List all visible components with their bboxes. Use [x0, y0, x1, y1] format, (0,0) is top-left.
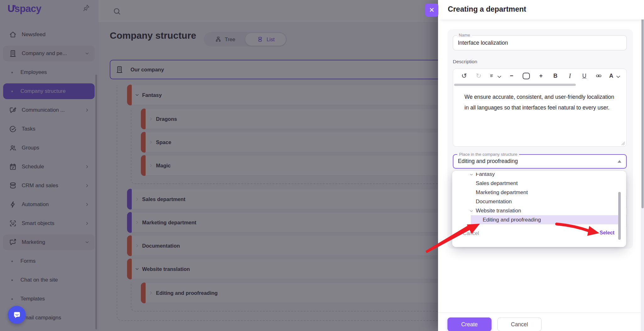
panel-header: Creating a department: [438, 0, 644, 20]
description-label: Description: [453, 59, 477, 65]
dropdown-item-fantasy[interactable]: Fantasy: [452, 173, 626, 179]
italic-icon[interactable]: I: [566, 71, 573, 81]
dropdown-item-marketing-department[interactable]: Marketing department: [452, 188, 626, 197]
dropdown-item-label: Editing and proofreading: [483, 217, 541, 223]
redo-icon[interactable]: ↻: [475, 71, 482, 81]
resize-handle-icon[interactable]: [621, 141, 625, 145]
place-in-structure-select[interactable]: Place in the company structure Editing a…: [453, 154, 627, 169]
name-field-value: Interface localization: [453, 36, 626, 50]
panel-footer: Create Cancel: [438, 312, 641, 331]
dropdown-item-documentation[interactable]: Documentation: [452, 197, 626, 206]
cancel-button[interactable]: Cancel: [497, 317, 541, 331]
minus-icon[interactable]: −: [508, 71, 515, 81]
name-field-label: Name: [457, 33, 472, 37]
align-icon[interactable]: [490, 71, 501, 81]
editor-horizontal-scrollbar[interactable]: [454, 84, 576, 86]
editor-toolbar: ↺↻−+BIUA: [453, 69, 626, 83]
dropdown-scrollbar[interactable]: [618, 192, 621, 240]
chat-launcher-button[interactable]: [8, 306, 26, 324]
font-color-icon[interactable]: A: [610, 71, 619, 81]
chevron-down-icon: [469, 173, 474, 177]
panel-title: Creating a department: [448, 5, 526, 14]
structure-dropdown-popup: FantasySales departmentMarketing departm…: [452, 171, 626, 247]
place-field-value: Editing and proofreading: [453, 155, 626, 168]
plus-icon[interactable]: +: [537, 71, 544, 81]
dropdown-item-label: Documentation: [476, 199, 512, 205]
description-text[interactable]: We ensure accurate, consistent, and user…: [464, 92, 617, 113]
collapse-caret-icon: [618, 160, 621, 163]
panel-scrollbar-thumb[interactable]: [641, 1, 644, 208]
dropdown-item-editing-and-proofreading[interactable]: Editing and proofreading: [471, 215, 618, 224]
dropdown-item-label: Website translation: [476, 208, 521, 214]
create-button[interactable]: Create: [447, 317, 491, 331]
close-icon: ✕: [429, 6, 435, 14]
close-panel-button[interactable]: ✕: [425, 3, 438, 17]
description-editor[interactable]: ↺↻−+BIUA We ensure accurate, consistent,…: [453, 69, 627, 147]
dropdown-item-sales-department[interactable]: Sales department: [452, 179, 626, 188]
link-icon[interactable]: [595, 71, 602, 81]
undo-icon[interactable]: ↺: [461, 71, 468, 81]
create-department-panel: Creating a department Name Interface loc…: [438, 0, 644, 331]
bold-icon[interactable]: B: [552, 71, 559, 81]
dropdown-select-button[interactable]: Select: [600, 230, 614, 236]
app-screen: Uspacy NewsfeedCompany and pe...Employee…: [0, 0, 644, 331]
place-field-label: Place in the company structure: [457, 152, 519, 157]
underline-icon[interactable]: U: [581, 71, 588, 81]
dropdown-item-website-translation[interactable]: Website translation: [452, 206, 626, 215]
dropdown-item-label: Fantasy: [476, 173, 495, 177]
chevron-down-icon: [469, 209, 474, 213]
size-box-icon[interactable]: [523, 71, 530, 81]
dropdown-list: FantasySales departmentMarketing departm…: [452, 173, 626, 230]
dropdown-item-label: Marketing department: [476, 189, 528, 196]
name-field[interactable]: Name Interface localization: [453, 35, 627, 50]
dropdown-cancel-button[interactable]: Cancel: [463, 230, 479, 236]
modal-dim-overlay[interactable]: [0, 0, 438, 331]
dropdown-item-label: Sales department: [476, 180, 518, 187]
